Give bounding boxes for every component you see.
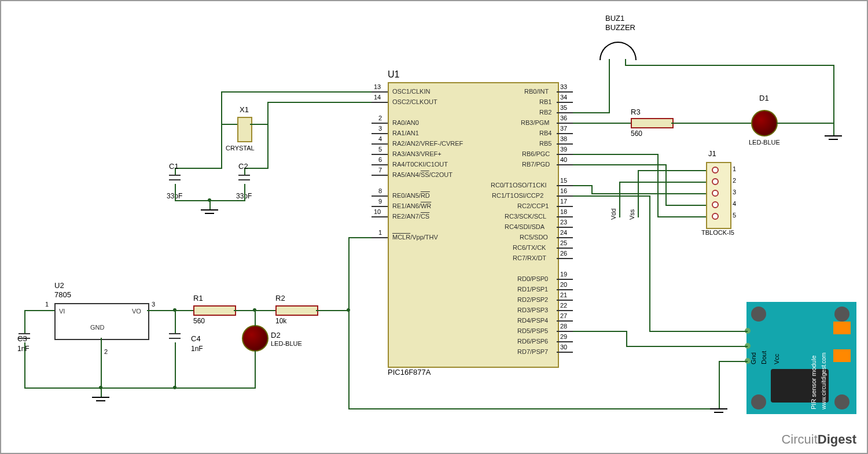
pir-dout: Dout: [760, 351, 767, 364]
brand-logo: CircuitDigest: [781, 432, 856, 447]
schematic-canvas: U1 PIC16F877A 13 OSC1/CLKIN 14 OSC2/CLKO…: [0, 0, 868, 454]
brand-a: Circuit: [781, 432, 817, 446]
u2-gnd: GND: [90, 324, 104, 331]
component-r2: [275, 305, 318, 316]
pir-pot1-icon: [833, 322, 851, 334]
net-vdd: Vdd: [610, 208, 617, 220]
r3-val: 560: [631, 130, 642, 138]
buz1-ref: BUZ1: [605, 14, 624, 23]
component-d1: [751, 110, 778, 136]
u2-vo: VO: [132, 308, 141, 315]
pir-site: www.circuitdigest.com: [821, 353, 827, 409]
u2-p1: 1: [45, 301, 49, 308]
c4-ref: C4: [191, 334, 201, 343]
u2-name: 7805: [54, 290, 71, 299]
component-c2: [238, 175, 250, 184]
u2-p2: 2: [104, 348, 108, 355]
component-c4: [169, 333, 181, 342]
u1-pin14-num: 14: [374, 94, 381, 101]
u2-ref: U2: [54, 281, 64, 290]
u1-pin1-stub: [372, 237, 388, 238]
r3-ref: R3: [631, 108, 641, 116]
u1-pin13-num: 13: [374, 83, 381, 90]
c3-ref: C3: [17, 334, 27, 343]
pir-vcc: Vcc: [773, 354, 780, 364]
gnd-pir: [710, 408, 727, 418]
pir-lens-icon: [771, 369, 829, 403]
d1-ref: D1: [759, 94, 769, 102]
u1-pin14-name: OSC2/CLKOUT: [392, 98, 437, 105]
wire-osc1: [221, 91, 372, 93]
r2-val: 10k: [275, 317, 286, 325]
component-r1: [193, 305, 236, 316]
u1-pin13-stub: [372, 91, 388, 93]
component-buz1: [599, 42, 637, 60]
c1-ref: C1: [169, 162, 179, 171]
u1-pin14-stub: [372, 102, 388, 103]
u2-p3: 3: [152, 301, 155, 308]
u1-name: PIC16F877A: [388, 368, 431, 377]
r1-ref: R1: [193, 294, 203, 302]
component-r3: [631, 118, 674, 128]
component-x1: [237, 117, 252, 142]
component-c1: [169, 175, 181, 184]
x1-name: CRYSTAL: [226, 145, 255, 152]
pir-gnd: Gnd: [750, 352, 757, 364]
d2-ref: D2: [271, 331, 281, 339]
buz1-name: BUZZER: [605, 23, 635, 32]
gnd-xtal: [201, 209, 218, 219]
wire-osc2: [267, 102, 372, 103]
c3-val: 1nF: [17, 345, 30, 353]
net-vss: Vss: [628, 209, 635, 220]
pir-pot2-icon: [833, 349, 851, 362]
component-j1: [706, 162, 731, 229]
gnd-d1: [825, 135, 842, 145]
u1-ref: U1: [388, 69, 399, 80]
r1-val: 560: [193, 317, 205, 325]
component-d2: [242, 325, 269, 352]
brand-b: Digest: [818, 432, 856, 446]
r2-ref: R2: [275, 294, 285, 302]
c2-ref: C2: [238, 162, 248, 171]
u2-vi: VI: [59, 308, 65, 315]
d1-name: LED-BLUE: [749, 139, 780, 146]
d2-name: LED-BLUE: [271, 340, 302, 347]
j1-name: TBLOCK-I5: [701, 229, 734, 236]
pir-name: PIR sensor module: [810, 355, 817, 409]
c4-val: 1nF: [191, 345, 203, 353]
gnd-power: [92, 397, 109, 406]
x1-ref: X1: [240, 105, 249, 114]
j1-ref: J1: [708, 149, 716, 158]
u1-pin13-name: OSC1/CLKIN: [392, 88, 430, 95]
